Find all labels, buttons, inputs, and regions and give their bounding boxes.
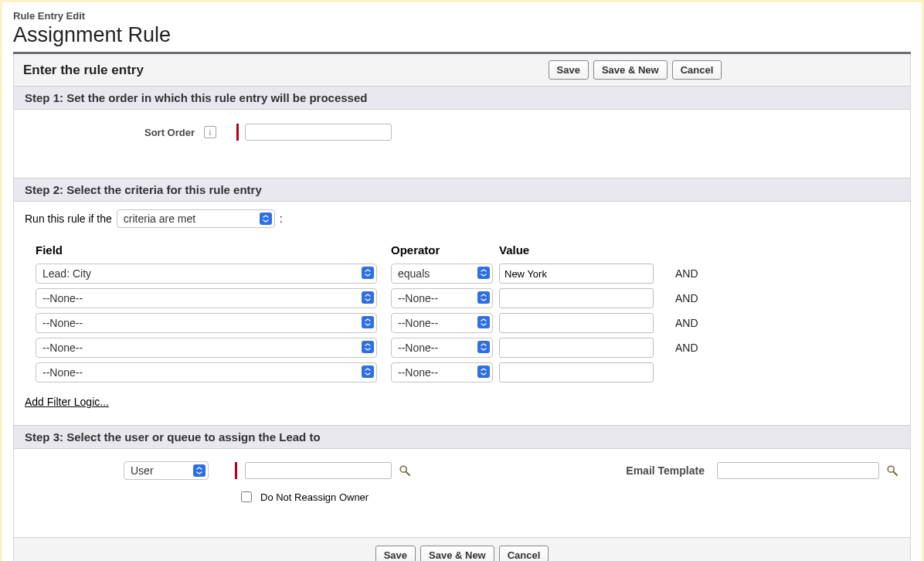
sort-order-row: Sort Order i: [25, 117, 899, 164]
criteria-operator-selected: --None--: [398, 317, 438, 329]
select-arrow-icon: [477, 341, 490, 353]
criteria-operator-selected: equals: [398, 267, 430, 280]
email-template-lookup-icon[interactable]: [885, 464, 899, 478]
assign-row: User Email Template: [25, 457, 899, 481]
rule-entry-form: Enter the rule entry Save Save & New Can…: [13, 54, 911, 561]
info-icon[interactable]: i: [204, 126, 216, 138]
step3-header: Step 3: Select the user or queue to assi…: [14, 425, 910, 449]
breadcrumb: Rule Entry Edit: [13, 10, 911, 22]
step1-header: Step 1: Set the order in which this rule…: [14, 86, 910, 110]
cancel-button-bottom[interactable]: Cancel: [499, 546, 549, 561]
criteria-field-select[interactable]: --None--: [36, 288, 377, 308]
criteria-operator-select[interactable]: --None--: [391, 288, 493, 308]
save-and-new-button-bottom[interactable]: Save & New: [420, 546, 494, 561]
run-prefix: Run this rule if the: [25, 212, 112, 225]
page-frame: Rule Entry Edit Assignment Rule Enter th…: [0, 0, 924, 561]
step2-header: Step 2: Select the criteria for this rul…: [14, 178, 910, 202]
do-not-reassign-checkbox[interactable]: [241, 491, 252, 502]
assign-type-selected: User: [131, 464, 154, 477]
criteria-join-label: AND: [661, 267, 708, 280]
criteria-operator-selected: --None--: [398, 292, 438, 304]
assign-lookup-icon[interactable]: [398, 464, 412, 478]
run-condition-line: Run this rule if the criteria are met :: [25, 209, 899, 228]
criteria-value-input[interactable]: [499, 264, 654, 284]
col-header-field: Field: [36, 243, 391, 257]
criteria-row: --None----None--AND: [36, 335, 884, 360]
criteria-join-label: AND: [661, 317, 708, 329]
criteria-join-label: AND: [661, 342, 708, 354]
run-mode-select[interactable]: criteria are met: [117, 209, 275, 228]
select-arrow-icon: [362, 366, 374, 378]
save-button-bottom[interactable]: Save: [375, 546, 416, 561]
criteria-operator-selected: --None--: [398, 342, 438, 354]
select-arrow-icon: [193, 464, 206, 477]
criteria-operator-select[interactable]: equals: [391, 264, 493, 284]
add-filter-logic: Add Filter Logic...: [25, 396, 899, 408]
select-arrow-icon: [362, 341, 374, 353]
form-header-title: Enter the rule entry: [23, 63, 144, 78]
required-indicator-icon: [235, 462, 237, 479]
select-arrow-icon: [477, 366, 490, 378]
criteria-field-select[interactable]: --None--: [36, 362, 377, 382]
criteria-value-input[interactable]: [499, 362, 654, 382]
select-arrow-icon: [260, 212, 272, 225]
criteria-value-input[interactable]: [499, 288, 654, 308]
select-arrow-icon: [362, 267, 374, 279]
run-suffix: :: [280, 212, 283, 225]
select-arrow-icon: [362, 291, 374, 304]
select-arrow-icon: [477, 267, 490, 279]
sort-order-label: Sort Order: [25, 127, 199, 138]
svg-line-3: [893, 471, 897, 475]
svg-line-1: [406, 471, 409, 475]
top-button-bar: Save Save & New Cancel: [549, 60, 722, 80]
criteria-operator-select[interactable]: --None--: [391, 338, 493, 358]
assign-type-select[interactable]: User: [124, 461, 209, 480]
criteria-field-selected: Lead: City: [42, 267, 91, 280]
col-header-operator: Operator: [391, 243, 499, 257]
required-indicator-icon: [236, 124, 239, 141]
select-arrow-icon: [477, 316, 490, 328]
bottom-button-bar: Save Save & New Cancel: [14, 537, 910, 561]
criteria-row: --None----None--: [36, 360, 884, 385]
do-not-reassign-row: Do Not Reassign Owner: [238, 481, 899, 523]
criteria-operator-select[interactable]: --None--: [391, 362, 493, 382]
criteria-value-input[interactable]: [499, 313, 654, 333]
form-header: Enter the rule entry Save Save & New Can…: [14, 54, 910, 86]
criteria-field-select[interactable]: Lead: City: [36, 264, 377, 284]
criteria-join-label: AND: [661, 292, 708, 304]
criteria-grid: Field Operator Value Lead: CityequalsAND…: [36, 240, 884, 385]
email-template-input[interactable]: [717, 462, 879, 479]
sort-order-input[interactable]: [245, 124, 392, 141]
step3-body: User Email Template Do: [14, 449, 910, 537]
add-filter-logic-link[interactable]: Add Filter Logic...: [25, 396, 109, 408]
criteria-operator-selected: --None--: [398, 366, 438, 379]
criteria-value-input[interactable]: [499, 338, 654, 358]
save-and-new-button[interactable]: Save & New: [593, 60, 668, 80]
col-header-value: Value: [499, 243, 661, 257]
assign-to-input[interactable]: [245, 462, 392, 479]
do-not-reassign-label: Do Not Reassign Owner: [260, 491, 369, 503]
cancel-button[interactable]: Cancel: [672, 60, 722, 80]
step2-body: Run this rule if the criteria are met : …: [14, 202, 910, 425]
criteria-row: Lead: CityequalsAND: [36, 261, 884, 286]
criteria-headers: Field Operator Value: [36, 240, 884, 261]
criteria-field-selected: --None--: [42, 366, 83, 379]
criteria-operator-select[interactable]: --None--: [391, 313, 493, 333]
step1-body: Sort Order i: [14, 110, 910, 178]
criteria-field-select[interactable]: --None--: [36, 313, 377, 333]
criteria-field-selected: --None--: [42, 292, 83, 304]
criteria-field-selected: --None--: [42, 342, 83, 354]
run-mode-selected: criteria are met: [124, 212, 195, 225]
criteria-field-selected: --None--: [42, 317, 83, 329]
select-arrow-icon: [477, 291, 490, 304]
criteria-row: --None----None--AND: [36, 311, 884, 335]
criteria-row: --None----None--AND: [36, 286, 884, 311]
select-arrow-icon: [362, 316, 374, 328]
page-title: Assignment Rule: [13, 23, 911, 47]
email-template-label: Email Template: [626, 464, 711, 477]
criteria-field-select[interactable]: --None--: [36, 338, 377, 358]
save-button[interactable]: Save: [549, 60, 589, 80]
